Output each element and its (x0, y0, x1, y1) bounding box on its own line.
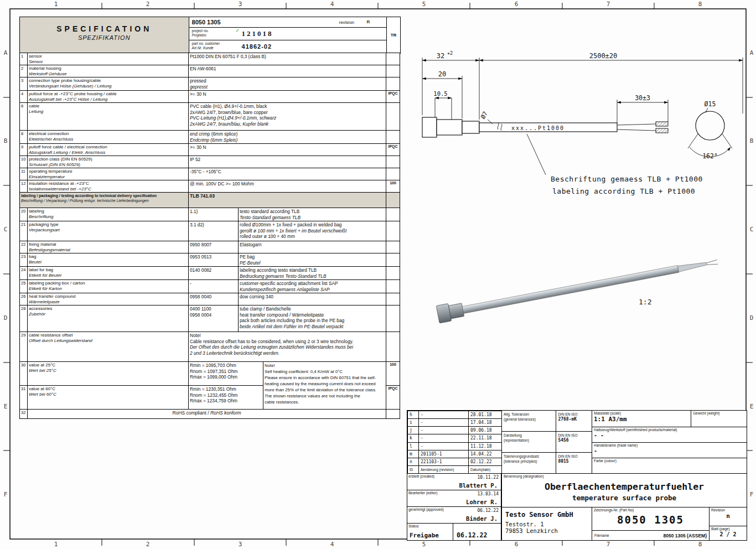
row-code: 0950 8007 (189, 241, 239, 253)
row-desc: PE bagPE-Beutel (239, 253, 386, 267)
row-label: accessoriesZubehör (28, 305, 189, 332)
row-tr (386, 293, 400, 305)
customer-number-row: part no. customerArt.Nr. Kunde 41862-02 (189, 40, 386, 53)
row-tr: 100 (386, 362, 400, 386)
page-block: Blatt (page) 2 / 2 (709, 526, 747, 540)
labeling-note-de: Beschriftung gemaess TLB + Pt1000 (551, 175, 703, 183)
company-street: Testostr. 1 (505, 521, 588, 527)
row-tr: 100 (386, 180, 400, 193)
revision-row: n221103-102.12.22 (408, 458, 502, 465)
row-value: pressedgepresst (189, 77, 386, 91)
row-label: operating temperatureEinsatztemperatur (28, 168, 189, 180)
grid-col-label: 2 (142, 541, 153, 548)
spec-row-12: 12 insulation resistance at -+23°CIsolat… (20, 180, 400, 193)
row-value: @ min. 100V DC >= 100 Mohm (189, 180, 386, 193)
technical-drawing: xxx...Pt1000 32 +2 2500±20 20 10.5 30±3 … (404, 11, 753, 404)
row-value: PVC cable (H1), Ø4.9+/-0.1mm, black2xAWG… (189, 103, 386, 131)
row-tr (386, 241, 400, 253)
row-label: packaging typeVerpackungsart (28, 221, 189, 241)
row-desc: rolled Ø100mm + 1x fixed + packed in wel… (239, 221, 386, 241)
grid-row-label: F (748, 491, 755, 498)
trade-name-cell: Handelsname (trade name) - (592, 443, 747, 458)
tip-detail (688, 108, 732, 157)
rev-change: - (419, 411, 469, 419)
row-code: 0140 0082 (189, 267, 239, 280)
row-value: Pt1000 DIN EN 60751 F 0,3 (class B) (189, 53, 386, 65)
tr-column-header: TR (387, 17, 400, 53)
grid-col-label: 2 (142, 1, 153, 8)
spec-row-25: 25 labeling packing box / cartonEtikett … (20, 280, 400, 293)
customer-part-number: 41862-02 (242, 43, 272, 50)
grid-col-label: 6 (511, 1, 522, 8)
row-tr (386, 53, 400, 65)
row-value: >= 30 N (189, 91, 386, 103)
row-no: 6 (20, 103, 28, 131)
row-code: - (189, 280, 239, 293)
row-label: pulloff force cable / electrical connect… (28, 144, 189, 156)
row-no: 32 (20, 410, 28, 419)
dim-20-label: 20 (438, 70, 446, 78)
grid-row-label: C (2, 226, 9, 233)
grid-row-label: E (2, 403, 9, 410)
created-row: erstellt (created) 10.11.22 Blattert P. (407, 474, 501, 490)
row-tr (386, 253, 400, 267)
row-no: 28 (20, 305, 28, 332)
grid-col-label: 8 (695, 541, 706, 548)
spec-row-10: 10 protection class (DIN EN 60529)Schutz… (20, 156, 400, 168)
company-city: 79853 Lenzkirch (505, 527, 588, 534)
spec-row-21: 21 packaging typeVerpackungsart 3.1 d2) … (20, 221, 400, 241)
row-no: 12 (20, 180, 28, 193)
material-cell: Halbzeug/Werkstoff (semifinished product… (592, 427, 747, 443)
row-no: 10 (20, 156, 28, 168)
spec-row-4: 4 pullout force at -+23°C probe housing … (20, 91, 400, 103)
designation-block: Benennung (designation) Oberflaechentemp… (501, 474, 747, 507)
row-no: 21 (20, 221, 28, 241)
spec-row-9: 9 pulloff force cable / electrical conne… (20, 144, 400, 156)
approved-row: genehmigt (approved) 06.12.22 Binder J. (407, 507, 501, 524)
row-tr: IPQC (386, 91, 400, 103)
spec-row-32: 32 RoHS compliant / RoHS konform (20, 410, 400, 419)
revision-row: k-22.11.18 (408, 434, 502, 442)
row-no: 25 (20, 280, 28, 293)
grid-col-label: 4 (327, 1, 338, 8)
editor-row: Bearbeiter (editor) 13.03.14 Lohrer R. (407, 490, 501, 507)
row-resistance-values: Rmin = 1230,351 OhmRnom = 1232,455 OhmRm… (189, 386, 263, 410)
row-no: 1 (20, 53, 28, 65)
row-value: IP 52 (189, 156, 386, 168)
dimension-lines (422, 58, 743, 124)
rev-id: h (408, 411, 419, 419)
revision-header-row: IDAenderung (revision)Datum(date) (408, 465, 502, 473)
scale-cell: Massstab (scale) 1:1 A3/mm (592, 411, 691, 427)
row-tr (386, 410, 400, 419)
row-code: 0958 0040 (189, 293, 239, 305)
filename-block: Filename 8050 1305 (ASSEM) (592, 530, 709, 540)
row-desc: testo standard according TLBTesto-Standa… (239, 208, 386, 221)
row-desc: tube clamp / Bandschelleheat transfer co… (239, 305, 386, 332)
spec-row-22: 22 fixing materialBefestigungsmaterial 0… (20, 241, 400, 253)
rev-date: 28.01.18 (469, 411, 502, 419)
row-tr (386, 77, 400, 91)
dia-15-label: Ø15 (705, 100, 716, 108)
grid-col-label: 7 (603, 1, 614, 8)
rev-id: k (408, 434, 419, 442)
rev-date: 14.04.22 (469, 450, 502, 458)
note-leader-line (527, 134, 546, 175)
project-number: 121018 (242, 29, 273, 38)
row-desc: customer-specific according attachment l… (239, 280, 386, 293)
rev-id: i (408, 419, 419, 427)
spec-section-header: labeling / packaging / testing according… (20, 193, 400, 208)
rev-date: 09.06.18 (469, 427, 502, 434)
tolerance-row: Tolerierungsgrundsatz(tolerance principl… (502, 453, 592, 474)
row-value: end crimp (6mm splice)Endcrimp (6mm Sple… (189, 131, 386, 144)
colour-cell: Farbe (colour) (592, 458, 747, 473)
row-label: fixing materialBefestigungsmaterial (28, 241, 189, 253)
row-tr (386, 65, 400, 77)
row-no: 24 (20, 267, 28, 280)
row-no: 31 (20, 386, 28, 410)
row-tr (386, 168, 400, 180)
weight-cell: Gewicht (weight) (691, 411, 747, 427)
row-label: electrical connectionElektrischer Anschl… (28, 131, 189, 144)
row-no: 4 (20, 91, 28, 103)
row-tr (386, 267, 400, 280)
row-no: 2 (20, 65, 28, 77)
